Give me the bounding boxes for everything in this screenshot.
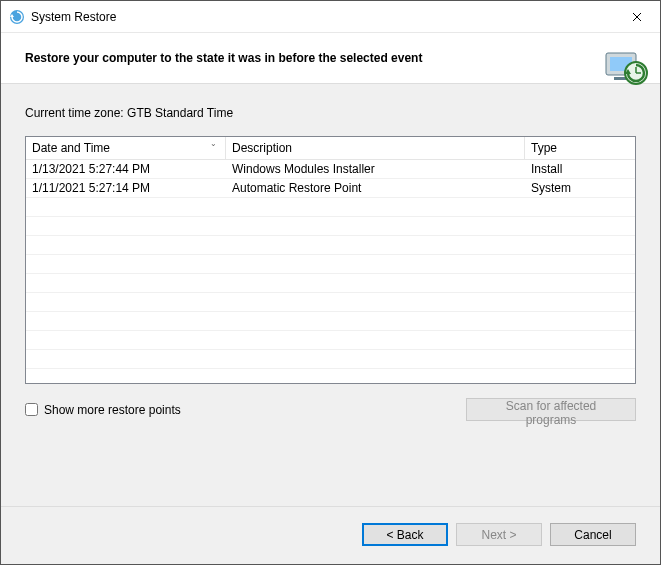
close-button[interactable] — [614, 1, 660, 32]
column-date[interactable]: Date and Time ⌄ — [26, 137, 226, 159]
table-header: Date and Time ⌄ Description Type — [26, 137, 635, 160]
show-more-label: Show more restore points — [44, 403, 181, 417]
table-row — [26, 350, 635, 369]
table-row — [26, 293, 635, 312]
wizard-footer: < Back Next > Cancel — [1, 506, 660, 564]
cell-description: Windows Modules Installer — [226, 161, 525, 177]
table-body: 1/13/2021 5:27:44 PMWindows Modules Inst… — [26, 160, 635, 384]
table-row[interactable]: 1/13/2021 5:27:44 PMWindows Modules Inst… — [26, 160, 635, 179]
timezone-label: Current time zone: GTB Standard Time — [25, 106, 636, 120]
restore-large-icon — [600, 43, 648, 91]
table-row — [26, 198, 635, 217]
table-row — [26, 255, 635, 274]
table-row — [26, 236, 635, 255]
column-type[interactable]: Type — [525, 137, 635, 159]
cell-description: Automatic Restore Point — [226, 180, 525, 196]
column-description[interactable]: Description — [226, 137, 525, 159]
show-more-checkbox[interactable]: Show more restore points — [25, 403, 181, 417]
titlebar: System Restore — [1, 1, 660, 33]
table-row[interactable]: 1/11/2021 5:27:14 PMAutomatic Restore Po… — [26, 179, 635, 198]
cell-date: 1/13/2021 5:27:44 PM — [26, 161, 226, 177]
cancel-button[interactable]: Cancel — [550, 523, 636, 546]
cell-date: 1/11/2021 5:27:14 PM — [26, 180, 226, 196]
header-strip: Restore your computer to the state it wa… — [1, 33, 660, 84]
page-heading: Restore your computer to the state it wa… — [25, 51, 590, 65]
window-title: System Restore — [31, 10, 614, 24]
content-area: Current time zone: GTB Standard Time Dat… — [1, 84, 660, 506]
sort-indicator-icon: ⌄ — [210, 139, 217, 148]
scan-affected-button[interactable]: Scan for affected programs — [466, 398, 636, 421]
restore-points-table[interactable]: Date and Time ⌄ Description Type 1/13/20… — [25, 136, 636, 384]
table-row — [26, 274, 635, 293]
table-row — [26, 369, 635, 384]
back-button[interactable]: < Back — [362, 523, 448, 546]
cell-type: Install — [525, 161, 635, 177]
table-row — [26, 312, 635, 331]
show-more-checkbox-input[interactable] — [25, 403, 38, 416]
table-row — [26, 331, 635, 350]
next-button[interactable]: Next > — [456, 523, 542, 546]
cell-type: System — [525, 180, 635, 196]
table-row — [26, 217, 635, 236]
system-restore-icon — [9, 9, 25, 25]
